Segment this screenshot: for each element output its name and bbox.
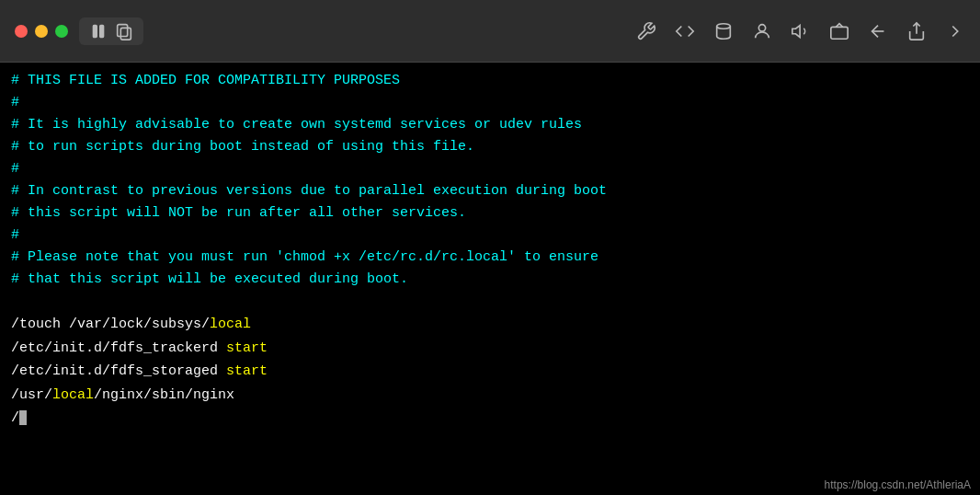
- camera-icon[interactable]: [829, 21, 849, 41]
- terminal-line-8: #: [11, 224, 969, 247]
- svg-rect-7: [831, 27, 848, 39]
- terminal-line-2: #: [11, 92, 969, 114]
- svg-rect-0: [94, 25, 97, 37]
- terminal: # THIS FILE IS ADDED FOR COMPATIBILITY P…: [0, 63, 980, 495]
- terminal-line-1: # THIS FILE IS ADDED FOR COMPATIBILITY P…: [11, 70, 969, 92]
- minimize-button[interactable]: [35, 25, 48, 38]
- terminal-line-storaged: /etc/init.d/fdfs_storaged start: [11, 360, 969, 384]
- terminal-line-5: #: [11, 158, 969, 180]
- copy-icon[interactable]: [114, 21, 134, 41]
- terminal-content: # THIS FILE IS ADDED FOR COMPATIBILITY P…: [11, 70, 969, 431]
- svg-marker-6: [792, 25, 800, 37]
- terminal-line-9: # Please note that you must run 'chmod +…: [11, 247, 969, 269]
- user-icon[interactable]: [752, 21, 772, 41]
- svg-rect-3: [118, 24, 128, 36]
- terminal-line-6: # In contrast to previous versions due t…: [11, 180, 969, 202]
- pause-icon[interactable]: [88, 21, 108, 41]
- svg-rect-1: [100, 25, 104, 37]
- maximize-button[interactable]: [55, 25, 68, 38]
- code-icon[interactable]: [675, 21, 695, 41]
- terminal-line-trackerd: /etc/init.d/fdfs_trackerd start: [11, 337, 969, 361]
- toolbar-icons-right: [636, 21, 965, 41]
- terminal-line-7: # this script will NOT be run after all …: [11, 202, 969, 224]
- svg-rect-2: [120, 28, 131, 40]
- terminal-line-blank: [11, 291, 969, 313]
- svg-point-5: [758, 24, 765, 30]
- cylinder-icon[interactable]: [713, 21, 734, 41]
- terminal-line-4: # to run scripts during boot instead of …: [11, 136, 969, 158]
- close-button[interactable]: [15, 25, 28, 38]
- toolbar-group-left: [79, 17, 143, 45]
- svg-point-4: [717, 23, 731, 29]
- wrench-icon[interactable]: [636, 21, 656, 41]
- terminal-line-10: # that this script will be executed duri…: [11, 269, 969, 291]
- chevron-right-icon[interactable]: [945, 21, 965, 41]
- terminal-line-nginx: /usr/local/nginx/sbin/nginx: [11, 384, 969, 408]
- terminal-line-touch: /touch /var/lock/subsys/local: [11, 313, 969, 337]
- share-icon[interactable]: [906, 21, 927, 41]
- footer-url: https://blog.csdn.net/AthleriaA: [815, 475, 980, 495]
- terminal-line-3: # It is highly advisable to create own s…: [11, 114, 969, 136]
- terminal-prompt: /: [11, 407, 969, 431]
- traffic-lights: [15, 25, 68, 38]
- back-icon[interactable]: [868, 21, 888, 41]
- speaker-icon[interactable]: [791, 21, 811, 41]
- titlebar: [0, 0, 980, 63]
